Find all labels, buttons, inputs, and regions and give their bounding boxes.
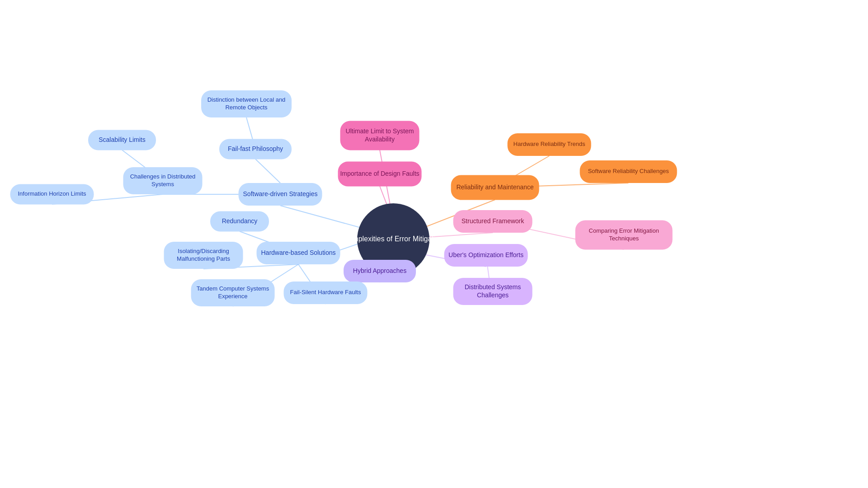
node-label-ultimate-limit: Ultimate Limit to System <box>346 127 414 135</box>
node-uber-optimization[interactable]: Uber's Optimization Efforts <box>444 244 528 267</box>
node-label-structured-framework: Structured Framework <box>462 217 524 225</box>
node-label-distributed-challenges: Challenges <box>477 291 509 299</box>
center-node-label: Complexities of Error Mitigation <box>343 235 443 243</box>
node-comparing-error[interactable]: Comparing Error MitigationTechniques <box>576 221 673 250</box>
node-structured-framework[interactable]: Structured Framework <box>453 210 533 233</box>
node-software-driven[interactable]: Software-driven Strategies <box>239 183 322 206</box>
node-label-tandem-computer: Tandem Computer Systems <box>197 285 269 292</box>
node-distinction-local-remote[interactable]: Distinction between Local andRemote Obje… <box>201 90 292 117</box>
node-information-horizon[interactable]: Information Horizon Limits <box>10 184 94 205</box>
node-redundancy[interactable]: Redundancy <box>210 211 269 232</box>
node-ultimate-limit[interactable]: Ultimate Limit to SystemAvailability <box>340 121 420 150</box>
connection-line <box>255 159 280 183</box>
node-scalability-limits[interactable]: Scalability Limits <box>88 130 156 150</box>
node-label-redundancy: Redundancy <box>222 217 258 225</box>
node-fail-silent[interactable]: Fail-Silent Hardware Faults <box>284 282 368 304</box>
node-label-comparing-error: Techniques <box>609 235 639 242</box>
node-label-distinction-local-remote: Distinction between Local and <box>208 96 286 103</box>
node-label-reliability-maintenance: Reliability and Maintenance <box>456 183 533 191</box>
node-label-information-horizon: Information Horizon Limits <box>18 190 86 197</box>
nodes-layer[interactable]: Complexities of Error MitigationUltimate… <box>10 90 677 306</box>
node-hybrid-approaches[interactable]: Hybrid Approaches <box>344 260 416 282</box>
node-isolating-malfunctioning[interactable]: Isolating/DiscardingMalfunctioning Parts <box>164 242 243 269</box>
mind-map: Complexities of Error MitigationUltimate… <box>0 0 868 488</box>
node-reliability-maintenance[interactable]: Reliability and Maintenance <box>451 175 539 200</box>
node-label-fail-fast: Fail-fast Philosophy <box>228 145 283 152</box>
node-label-hardware-reliability: Hardware Reliability Trends <box>514 141 585 147</box>
node-label-importance-design: Importance of Design Faults <box>340 170 419 177</box>
node-hardware-solutions[interactable]: Hardware-based Solutions <box>257 242 340 264</box>
node-label-challenges-distributed: Systems <box>151 181 174 188</box>
node-label-isolating-malfunctioning: Malfunctioning Parts <box>177 255 230 262</box>
node-label-distinction-local-remote: Remote Objects <box>225 104 268 111</box>
node-label-hardware-solutions: Hardware-based Solutions <box>261 249 336 256</box>
node-label-hybrid-approaches: Hybrid Approaches <box>353 267 406 274</box>
node-label-uber-optimization: Uber's Optimization Efforts <box>448 251 524 258</box>
node-distributed-challenges[interactable]: Distributed SystemsChallenges <box>453 278 533 305</box>
node-label-distributed-challenges: Distributed Systems <box>465 283 521 291</box>
node-challenges-distributed[interactable]: Challenges in DistributedSystems <box>123 167 203 194</box>
node-label-isolating-malfunctioning: Isolating/Discarding <box>178 248 229 254</box>
node-importance-design[interactable]: Importance of Design Faults <box>338 162 422 187</box>
connection-line <box>280 206 371 230</box>
node-tandem-computer[interactable]: Tandem Computer SystemsExperience <box>191 279 275 306</box>
node-label-comparing-error: Comparing Error Mitigation <box>589 227 659 234</box>
node-hardware-reliability[interactable]: Hardware Reliability Trends <box>508 133 591 156</box>
node-label-tandem-computer: Experience <box>218 293 247 300</box>
node-label-software-reliability: Software Reliability Challenges <box>588 168 669 174</box>
node-label-challenges-distributed: Challenges in Distributed <box>130 173 196 180</box>
node-label-fail-silent: Fail-Silent Hardware Faults <box>290 289 361 296</box>
node-label-software-driven: Software-driven Strategies <box>243 190 318 197</box>
node-label-scalability-limits: Scalability Limits <box>99 136 145 143</box>
node-fail-fast[interactable]: Fail-fast Philosophy <box>219 139 292 160</box>
node-software-reliability[interactable]: Software Reliability Challenges <box>580 160 677 183</box>
node-label-ultimate-limit: Availability <box>365 136 395 143</box>
